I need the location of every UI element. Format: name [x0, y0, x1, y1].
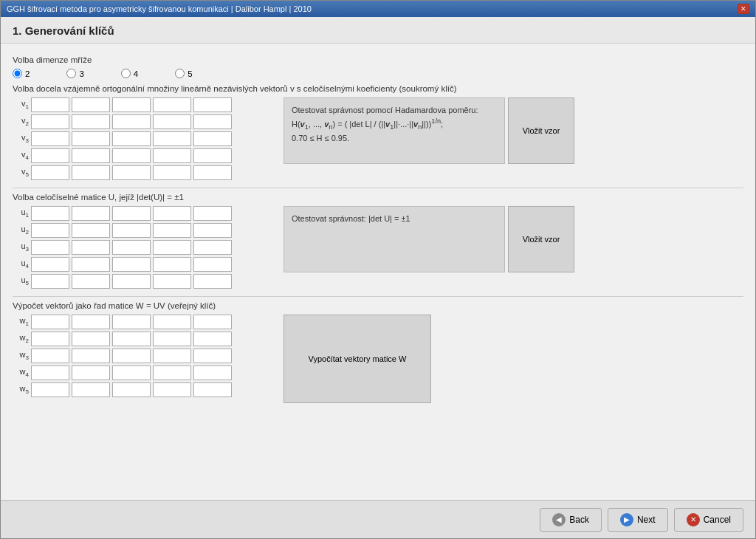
u4-c3[interactable]: [112, 257, 151, 272]
v4-c3[interactable]: [112, 148, 151, 163]
u3-c2[interactable]: [72, 240, 110, 255]
v5-c3[interactable]: [112, 165, 151, 180]
v4-c1[interactable]: [31, 148, 69, 163]
calc-w-button[interactable]: Vypočítat vektory matice W: [284, 315, 431, 403]
w5-c1[interactable]: [31, 382, 69, 397]
w2-c2[interactable]: [72, 332, 110, 346]
v3-c5[interactable]: [193, 131, 232, 146]
next-button[interactable]: ▶ Next: [608, 508, 668, 532]
u5-c2[interactable]: [72, 274, 110, 289]
w5-c2[interactable]: [72, 382, 110, 397]
v2-c4[interactable]: [153, 114, 191, 129]
w4-c1[interactable]: [31, 365, 69, 380]
title-bar-buttons: ✕: [738, 4, 749, 14]
w5-c3[interactable]: [112, 382, 151, 397]
w1-c2[interactable]: [72, 315, 110, 329]
v3-c3[interactable]: [112, 131, 151, 146]
u3-c4[interactable]: [153, 240, 191, 255]
dimension-row: 2 3 4 5: [13, 69, 743, 78]
v3-c4[interactable]: [153, 131, 191, 146]
v4-c4[interactable]: [153, 148, 191, 163]
radio-input-5[interactable]: [175, 69, 185, 78]
v2-c5[interactable]: [193, 114, 232, 129]
w5-c4[interactable]: [153, 382, 191, 397]
v5-c4[interactable]: [153, 165, 191, 180]
u5-c4[interactable]: [153, 274, 191, 289]
radio-input-4[interactable]: [121, 69, 131, 78]
u1-c1[interactable]: [31, 206, 69, 221]
u3-c3[interactable]: [112, 240, 151, 255]
window-title: GGH šifrovací metoda pro asymetricky šif…: [7, 4, 312, 13]
radio-input-3[interactable]: [66, 69, 76, 78]
v5-row: v5: [13, 165, 232, 180]
u4-c2[interactable]: [72, 257, 110, 272]
u5-c3[interactable]: [112, 274, 151, 289]
w4-c4[interactable]: [153, 365, 191, 380]
u2-c4[interactable]: [153, 223, 191, 238]
w4-c3[interactable]: [112, 365, 151, 380]
w4-label: w4: [13, 367, 29, 378]
u4-c5[interactable]: [193, 257, 232, 272]
u2-c3[interactable]: [112, 223, 151, 238]
u5-c1[interactable]: [31, 274, 69, 289]
radio-4[interactable]: 4: [121, 69, 138, 78]
v1-c5[interactable]: [193, 97, 232, 112]
v5-c1[interactable]: [31, 165, 69, 180]
w3-c2[interactable]: [72, 349, 110, 363]
u1-c2[interactable]: [72, 206, 110, 221]
u-paste-button[interactable]: Vložit vzor: [508, 206, 574, 272]
radio-5[interactable]: 5: [175, 69, 192, 78]
u1-c3[interactable]: [112, 206, 151, 221]
radio-input-2[interactable]: [13, 69, 22, 78]
u2-c2[interactable]: [72, 223, 110, 238]
w1-c3[interactable]: [112, 315, 151, 329]
w1-c4[interactable]: [153, 315, 191, 329]
radio-2[interactable]: 2: [13, 69, 30, 78]
cancel-button[interactable]: ✕ Cancel: [674, 508, 743, 532]
w2-c5[interactable]: [193, 332, 232, 346]
v2-c1[interactable]: [31, 114, 69, 129]
u2-c5[interactable]: [193, 223, 232, 238]
u1-c5[interactable]: [193, 206, 232, 221]
close-button[interactable]: ✕: [738, 4, 749, 14]
back-label: Back: [569, 515, 589, 525]
u2-c1[interactable]: [31, 223, 69, 238]
v1-c4[interactable]: [153, 97, 191, 112]
v-paste-button[interactable]: Vložit vzor: [508, 97, 574, 164]
u3-c5[interactable]: [193, 240, 232, 255]
v2-c2[interactable]: [72, 114, 110, 129]
w4-c5[interactable]: [193, 365, 232, 380]
w3-c1[interactable]: [31, 349, 69, 363]
u4-c4[interactable]: [153, 257, 191, 272]
back-button[interactable]: ◀ Back: [540, 508, 602, 532]
w-matrix-grid: w1 w2: [13, 315, 232, 397]
w5-c5[interactable]: [193, 382, 232, 397]
v3-label: v3: [13, 133, 29, 144]
v3-c1[interactable]: [31, 131, 69, 146]
w4-c2[interactable]: [72, 365, 110, 380]
v4-c5[interactable]: [193, 148, 232, 163]
w1-c1[interactable]: [31, 315, 69, 329]
w3-c4[interactable]: [153, 349, 191, 363]
v2-c3[interactable]: [112, 114, 151, 129]
u1-row: u1: [13, 206, 232, 221]
v1-c2[interactable]: [72, 97, 110, 112]
u1-c4[interactable]: [153, 206, 191, 221]
u3-c1[interactable]: [31, 240, 69, 255]
v1-c1[interactable]: [31, 97, 69, 112]
w1-c5[interactable]: [193, 315, 232, 329]
w2-c4[interactable]: [153, 332, 191, 346]
u5-c5[interactable]: [193, 274, 232, 289]
w3-c5[interactable]: [193, 349, 232, 363]
v1-c3[interactable]: [112, 97, 151, 112]
w2-c1[interactable]: [31, 332, 69, 346]
v4-c2[interactable]: [72, 148, 110, 163]
radio-3[interactable]: 3: [66, 69, 83, 78]
u4-c1[interactable]: [31, 257, 69, 272]
w2-c3[interactable]: [112, 332, 151, 346]
v5-c5[interactable]: [193, 165, 232, 180]
w3-c3[interactable]: [112, 349, 151, 363]
v5-c2[interactable]: [72, 165, 110, 180]
v3-c2[interactable]: [72, 131, 110, 146]
title-bar: GGH šifrovací metoda pro asymetricky šif…: [1, 1, 755, 17]
